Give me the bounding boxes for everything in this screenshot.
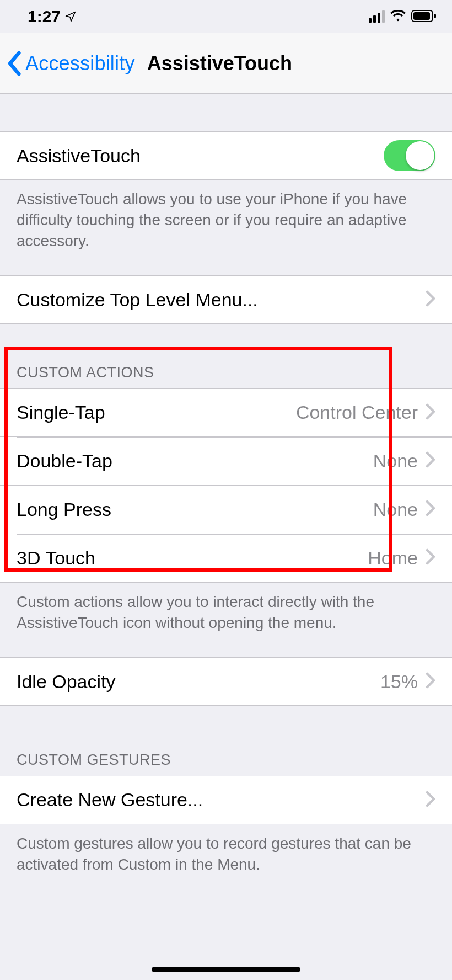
row-label: 3D Touch <box>17 547 368 569</box>
row-label: Long Press <box>17 499 373 520</box>
single-tap-row[interactable]: Single-Tap Control Center <box>0 388 452 437</box>
group-customize: Customize Top Level Menu... <box>0 275 452 324</box>
custom-actions-footer: Custom actions allow you to interact dir… <box>0 583 452 639</box>
chevron-right-icon <box>426 403 435 422</box>
long-press-row[interactable]: Long Press None <box>0 486 452 534</box>
chevron-right-icon <box>426 548 435 567</box>
idle-opacity-label: Idle Opacity <box>17 671 380 693</box>
clock: 1:27 <box>28 7 61 26</box>
chevron-right-icon <box>426 500 435 519</box>
row-value: None <box>373 499 418 520</box>
create-gesture-label: Create New Gesture... <box>17 789 426 811</box>
idle-opacity-value: 15% <box>380 671 418 693</box>
back-chevron-icon[interactable] <box>7 51 23 76</box>
cell-signal-icon <box>369 10 385 23</box>
row-value: None <box>373 450 418 472</box>
chevron-right-icon <box>426 791 435 809</box>
idle-opacity-row[interactable]: Idle Opacity 15% <box>0 657 452 706</box>
custom-actions-header: Custom Actions <box>0 344 452 388</box>
chevron-right-icon <box>426 451 435 470</box>
customize-label: Customize Top Level Menu... <box>17 289 426 311</box>
spacer <box>0 94 452 131</box>
status-right <box>369 7 437 26</box>
row-label: Single-Tap <box>17 402 296 423</box>
group-custom-actions: Single-Tap Control Center Double-Tap Non… <box>0 388 452 583</box>
battery-icon <box>411 7 437 26</box>
chevron-right-icon <box>426 672 435 691</box>
nav-bar: Accessibility AssistiveTouch <box>0 33 452 94</box>
row-value: Control Center <box>296 402 418 423</box>
toggle-knob <box>406 141 434 170</box>
home-indicator[interactable] <box>152 967 300 972</box>
status-left: 1:27 <box>28 7 76 26</box>
chevron-right-icon <box>426 290 435 309</box>
svg-rect-2 <box>434 14 436 18</box>
assistivetouch-footer: AssistiveTouch allows you to use your iP… <box>0 180 452 257</box>
custom-gestures-footer: Custom gestures allow you to record gest… <box>0 824 452 881</box>
assistivetouch-toggle[interactable] <box>384 140 435 171</box>
custom-gestures-header: Custom Gestures <box>0 731 452 775</box>
assistivetouch-label: AssistiveTouch <box>17 145 384 167</box>
back-button-label[interactable]: Accessibility <box>25 52 135 75</box>
status-bar: 1:27 <box>0 0 452 33</box>
svg-rect-1 <box>413 12 430 20</box>
create-new-gesture-row[interactable]: Create New Gesture... <box>0 776 452 824</box>
row-label: Double-Tap <box>17 450 373 472</box>
customize-top-level-row[interactable]: Customize Top Level Menu... <box>0 275 452 324</box>
row-value: Home <box>368 547 418 569</box>
location-icon <box>65 7 76 26</box>
group-custom-gestures: Create New Gesture... <box>0 776 452 824</box>
assistivetouch-toggle-row[interactable]: AssistiveTouch <box>0 131 452 180</box>
group-main-toggle: AssistiveTouch <box>0 131 452 180</box>
page-title: AssistiveTouch <box>147 52 292 75</box>
3d-touch-row[interactable]: 3D Touch Home <box>0 534 452 583</box>
wifi-icon <box>390 7 406 26</box>
group-idle-opacity: Idle Opacity 15% <box>0 657 452 706</box>
double-tap-row[interactable]: Double-Tap None <box>0 437 452 486</box>
